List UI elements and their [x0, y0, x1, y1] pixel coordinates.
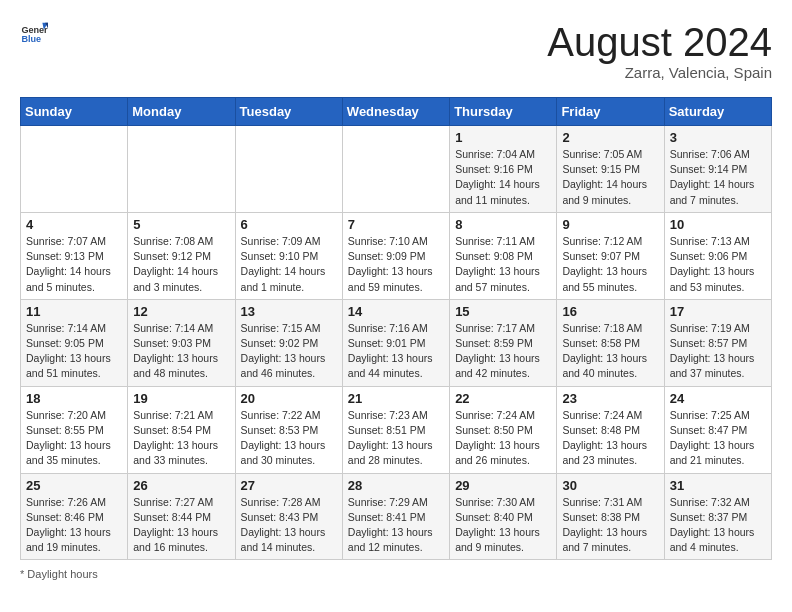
svg-text:Blue: Blue	[21, 34, 41, 44]
calendar-cell: 13Sunrise: 7:15 AM Sunset: 9:02 PM Dayli…	[235, 299, 342, 386]
calendar-cell: 25Sunrise: 7:26 AM Sunset: 8:46 PM Dayli…	[21, 473, 128, 560]
day-number: 24	[670, 391, 766, 406]
calendar-cell	[235, 126, 342, 213]
calendar-cell: 26Sunrise: 7:27 AM Sunset: 8:44 PM Dayli…	[128, 473, 235, 560]
calendar-cell: 18Sunrise: 7:20 AM Sunset: 8:55 PM Dayli…	[21, 386, 128, 473]
calendar-table: SundayMondayTuesdayWednesdayThursdayFrid…	[20, 97, 772, 560]
calendar-cell: 12Sunrise: 7:14 AM Sunset: 9:03 PM Dayli…	[128, 299, 235, 386]
calendar-cell: 14Sunrise: 7:16 AM Sunset: 9:01 PM Dayli…	[342, 299, 449, 386]
calendar-cell: 31Sunrise: 7:32 AM Sunset: 8:37 PM Dayli…	[664, 473, 771, 560]
day-number: 18	[26, 391, 122, 406]
day-number: 16	[562, 304, 658, 319]
title-block: August 2024 Zarra, Valencia, Spain	[547, 20, 772, 81]
calendar-title: August 2024	[547, 20, 772, 64]
weekday-header-thursday: Thursday	[450, 98, 557, 126]
day-number: 28	[348, 478, 444, 493]
day-number: 17	[670, 304, 766, 319]
day-info: Sunrise: 7:11 AM Sunset: 9:08 PM Dayligh…	[455, 234, 551, 295]
weekday-header-row: SundayMondayTuesdayWednesdayThursdayFrid…	[21, 98, 772, 126]
day-number: 15	[455, 304, 551, 319]
day-number: 3	[670, 130, 766, 145]
day-number: 20	[241, 391, 337, 406]
calendar-cell: 21Sunrise: 7:23 AM Sunset: 8:51 PM Dayli…	[342, 386, 449, 473]
calendar-week-row: 4Sunrise: 7:07 AM Sunset: 9:13 PM Daylig…	[21, 212, 772, 299]
day-number: 14	[348, 304, 444, 319]
weekday-header-sunday: Sunday	[21, 98, 128, 126]
logo-icon: General Blue	[20, 20, 48, 48]
calendar-cell: 10Sunrise: 7:13 AM Sunset: 9:06 PM Dayli…	[664, 212, 771, 299]
calendar-cell: 3Sunrise: 7:06 AM Sunset: 9:14 PM Daylig…	[664, 126, 771, 213]
weekday-header-tuesday: Tuesday	[235, 98, 342, 126]
day-info: Sunrise: 7:30 AM Sunset: 8:40 PM Dayligh…	[455, 495, 551, 556]
calendar-cell: 24Sunrise: 7:25 AM Sunset: 8:47 PM Dayli…	[664, 386, 771, 473]
calendar-cell: 9Sunrise: 7:12 AM Sunset: 9:07 PM Daylig…	[557, 212, 664, 299]
day-number: 30	[562, 478, 658, 493]
day-number: 5	[133, 217, 229, 232]
calendar-week-row: 1Sunrise: 7:04 AM Sunset: 9:16 PM Daylig…	[21, 126, 772, 213]
day-info: Sunrise: 7:17 AM Sunset: 8:59 PM Dayligh…	[455, 321, 551, 382]
calendar-cell: 8Sunrise: 7:11 AM Sunset: 9:08 PM Daylig…	[450, 212, 557, 299]
day-number: 13	[241, 304, 337, 319]
day-number: 8	[455, 217, 551, 232]
calendar-cell: 29Sunrise: 7:30 AM Sunset: 8:40 PM Dayli…	[450, 473, 557, 560]
calendar-cell: 7Sunrise: 7:10 AM Sunset: 9:09 PM Daylig…	[342, 212, 449, 299]
day-info: Sunrise: 7:26 AM Sunset: 8:46 PM Dayligh…	[26, 495, 122, 556]
day-info: Sunrise: 7:09 AM Sunset: 9:10 PM Dayligh…	[241, 234, 337, 295]
day-info: Sunrise: 7:12 AM Sunset: 9:07 PM Dayligh…	[562, 234, 658, 295]
calendar-cell: 17Sunrise: 7:19 AM Sunset: 8:57 PM Dayli…	[664, 299, 771, 386]
day-info: Sunrise: 7:21 AM Sunset: 8:54 PM Dayligh…	[133, 408, 229, 469]
calendar-cell: 5Sunrise: 7:08 AM Sunset: 9:12 PM Daylig…	[128, 212, 235, 299]
day-info: Sunrise: 7:31 AM Sunset: 8:38 PM Dayligh…	[562, 495, 658, 556]
day-number: 10	[670, 217, 766, 232]
footer-note: * Daylight hours	[20, 568, 772, 580]
page-container: General Blue August 2024 Zarra, Valencia…	[20, 20, 772, 580]
day-info: Sunrise: 7:18 AM Sunset: 8:58 PM Dayligh…	[562, 321, 658, 382]
day-info: Sunrise: 7:10 AM Sunset: 9:09 PM Dayligh…	[348, 234, 444, 295]
calendar-cell: 19Sunrise: 7:21 AM Sunset: 8:54 PM Dayli…	[128, 386, 235, 473]
day-number: 2	[562, 130, 658, 145]
calendar-week-row: 18Sunrise: 7:20 AM Sunset: 8:55 PM Dayli…	[21, 386, 772, 473]
day-number: 9	[562, 217, 658, 232]
calendar-cell	[128, 126, 235, 213]
day-info: Sunrise: 7:32 AM Sunset: 8:37 PM Dayligh…	[670, 495, 766, 556]
day-number: 7	[348, 217, 444, 232]
calendar-cell	[342, 126, 449, 213]
calendar-cell: 2Sunrise: 7:05 AM Sunset: 9:15 PM Daylig…	[557, 126, 664, 213]
calendar-cell: 16Sunrise: 7:18 AM Sunset: 8:58 PM Dayli…	[557, 299, 664, 386]
day-number: 6	[241, 217, 337, 232]
day-info: Sunrise: 7:05 AM Sunset: 9:15 PM Dayligh…	[562, 147, 658, 208]
day-info: Sunrise: 7:23 AM Sunset: 8:51 PM Dayligh…	[348, 408, 444, 469]
day-number: 26	[133, 478, 229, 493]
day-info: Sunrise: 7:22 AM Sunset: 8:53 PM Dayligh…	[241, 408, 337, 469]
footer-note-text: Daylight hours	[27, 568, 97, 580]
day-info: Sunrise: 7:13 AM Sunset: 9:06 PM Dayligh…	[670, 234, 766, 295]
calendar-cell: 1Sunrise: 7:04 AM Sunset: 9:16 PM Daylig…	[450, 126, 557, 213]
calendar-cell: 27Sunrise: 7:28 AM Sunset: 8:43 PM Dayli…	[235, 473, 342, 560]
day-info: Sunrise: 7:24 AM Sunset: 8:50 PM Dayligh…	[455, 408, 551, 469]
day-info: Sunrise: 7:14 AM Sunset: 9:03 PM Dayligh…	[133, 321, 229, 382]
weekday-header-friday: Friday	[557, 98, 664, 126]
calendar-cell: 4Sunrise: 7:07 AM Sunset: 9:13 PM Daylig…	[21, 212, 128, 299]
day-number: 31	[670, 478, 766, 493]
day-info: Sunrise: 7:04 AM Sunset: 9:16 PM Dayligh…	[455, 147, 551, 208]
day-info: Sunrise: 7:29 AM Sunset: 8:41 PM Dayligh…	[348, 495, 444, 556]
calendar-week-row: 25Sunrise: 7:26 AM Sunset: 8:46 PM Dayli…	[21, 473, 772, 560]
weekday-header-monday: Monday	[128, 98, 235, 126]
calendar-cell: 30Sunrise: 7:31 AM Sunset: 8:38 PM Dayli…	[557, 473, 664, 560]
day-number: 27	[241, 478, 337, 493]
day-info: Sunrise: 7:06 AM Sunset: 9:14 PM Dayligh…	[670, 147, 766, 208]
day-info: Sunrise: 7:28 AM Sunset: 8:43 PM Dayligh…	[241, 495, 337, 556]
calendar-cell: 11Sunrise: 7:14 AM Sunset: 9:05 PM Dayli…	[21, 299, 128, 386]
header: General Blue August 2024 Zarra, Valencia…	[20, 20, 772, 81]
calendar-cell: 20Sunrise: 7:22 AM Sunset: 8:53 PM Dayli…	[235, 386, 342, 473]
logo: General Blue	[20, 20, 48, 48]
day-number: 12	[133, 304, 229, 319]
calendar-cell: 22Sunrise: 7:24 AM Sunset: 8:50 PM Dayli…	[450, 386, 557, 473]
day-info: Sunrise: 7:16 AM Sunset: 9:01 PM Dayligh…	[348, 321, 444, 382]
day-number: 4	[26, 217, 122, 232]
day-number: 23	[562, 391, 658, 406]
day-info: Sunrise: 7:27 AM Sunset: 8:44 PM Dayligh…	[133, 495, 229, 556]
day-info: Sunrise: 7:24 AM Sunset: 8:48 PM Dayligh…	[562, 408, 658, 469]
day-info: Sunrise: 7:07 AM Sunset: 9:13 PM Dayligh…	[26, 234, 122, 295]
calendar-cell: 28Sunrise: 7:29 AM Sunset: 8:41 PM Dayli…	[342, 473, 449, 560]
